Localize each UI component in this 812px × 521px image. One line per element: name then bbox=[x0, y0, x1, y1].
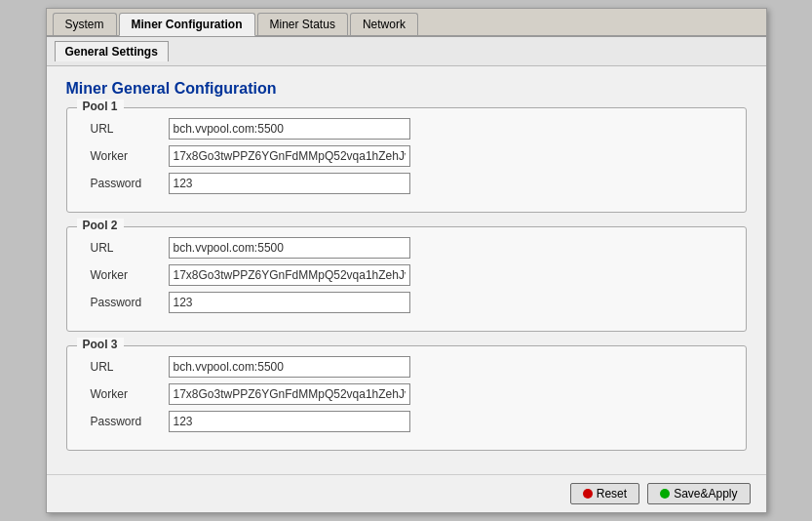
save-apply-icon bbox=[660, 489, 670, 499]
pool-1-url-row: URL bbox=[81, 118, 732, 140]
pool-3-label: Pool 3 bbox=[77, 338, 124, 351]
pool-2-worker-input[interactable] bbox=[169, 264, 410, 286]
pool-3-password-label: Password bbox=[81, 415, 169, 428]
pool-1-group: Pool 1 URL Worker Password bbox=[66, 107, 747, 213]
page-title: Miner General Configuration bbox=[47, 66, 766, 107]
save-apply-button[interactable]: Save&Apply bbox=[647, 483, 750, 504]
pool-2-url-row: URL bbox=[81, 237, 732, 259]
pool-3-url-row: URL bbox=[81, 356, 732, 378]
pool-3-worker-row: Worker bbox=[81, 383, 732, 405]
pool-1-worker-row: Worker bbox=[81, 145, 732, 167]
action-bar: Reset Save&Apply bbox=[47, 474, 766, 512]
pool-3-url-label: URL bbox=[81, 360, 169, 374]
tab-miner-status[interactable]: Miner Status bbox=[257, 13, 348, 35]
pool-2-worker-row: Worker bbox=[81, 264, 732, 286]
pool-1-password-input[interactable] bbox=[169, 173, 410, 194]
pool-2-password-label: Password bbox=[81, 296, 169, 309]
pool-2-label: Pool 2 bbox=[77, 219, 124, 232]
pool-2-worker-label: Worker bbox=[81, 268, 169, 282]
pool-1-password-row: Password bbox=[81, 173, 732, 194]
pool-2-password-input[interactable] bbox=[169, 292, 410, 313]
reset-button[interactable]: Reset bbox=[570, 483, 639, 504]
pool-3-worker-label: Worker bbox=[81, 387, 169, 401]
pool-2-url-input[interactable] bbox=[169, 237, 410, 259]
pool-3-worker-input[interactable] bbox=[169, 383, 410, 405]
pool-2-group: Pool 2 URL Worker Password bbox=[66, 226, 747, 332]
tab-bar: System Miner Configuration Miner Status … bbox=[47, 9, 766, 37]
pool-3-url-input[interactable] bbox=[169, 356, 410, 378]
pool-3-group: Pool 3 URL Worker Password bbox=[66, 345, 747, 451]
main-window: System Miner Configuration Miner Status … bbox=[46, 8, 767, 513]
tab-system[interactable]: System bbox=[53, 13, 117, 35]
reset-label: Reset bbox=[597, 487, 627, 501]
pool-1-worker-label: Worker bbox=[81, 149, 169, 163]
tab-network[interactable]: Network bbox=[350, 13, 418, 35]
content-area: Pool 1 URL Worker Password Pool 2 URL W bbox=[47, 107, 766, 474]
pool-1-url-input[interactable] bbox=[169, 118, 410, 140]
pool-3-password-row: Password bbox=[81, 411, 732, 432]
pool-1-password-label: Password bbox=[81, 177, 169, 190]
reset-icon bbox=[583, 489, 593, 499]
pool-2-password-row: Password bbox=[81, 292, 732, 313]
pool-1-worker-input[interactable] bbox=[169, 145, 410, 167]
pool-1-url-label: URL bbox=[81, 122, 169, 136]
pool-3-password-input[interactable] bbox=[169, 411, 410, 432]
save-apply-label: Save&Apply bbox=[674, 487, 737, 501]
pool-1-label: Pool 1 bbox=[77, 100, 124, 113]
sub-tab-bar: General Settings bbox=[47, 37, 766, 66]
tab-miner-config[interactable]: Miner Configuration bbox=[119, 13, 255, 36]
pool-2-url-label: URL bbox=[81, 241, 169, 255]
sub-tab-general-settings[interactable]: General Settings bbox=[55, 41, 169, 61]
